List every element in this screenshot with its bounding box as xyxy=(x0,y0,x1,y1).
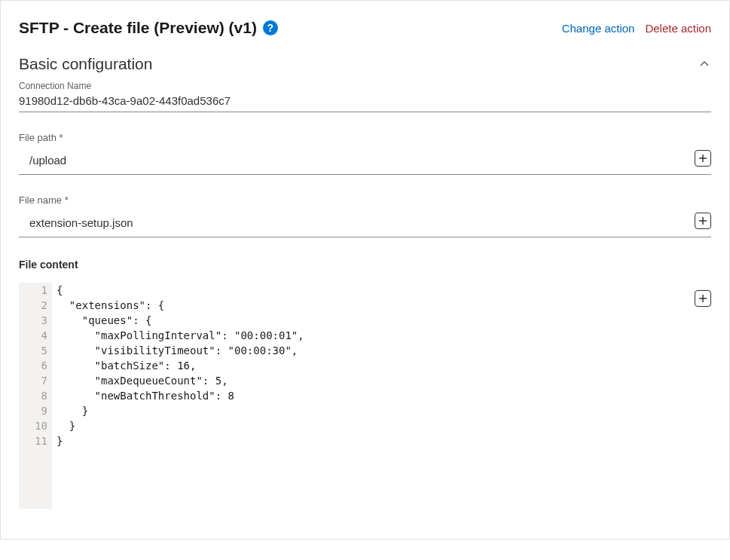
panel-title: SFTP - Create file (Preview) (v1) xyxy=(19,19,257,37)
chevron-up-icon[interactable] xyxy=(698,57,711,71)
file-content-add-icon[interactable] xyxy=(695,290,711,307)
file-path-field: File path * xyxy=(19,132,711,175)
action-config-panel: SFTP - Create file (Preview) (v1) ? Chan… xyxy=(0,0,730,540)
connection-name-label: Connection Name xyxy=(19,81,711,91)
file-path-input[interactable] xyxy=(19,146,686,174)
panel-header: SFTP - Create file (Preview) (v1) ? Chan… xyxy=(19,19,711,37)
change-action-link[interactable]: Change action xyxy=(562,22,635,35)
section-header: Basic configuration xyxy=(19,55,711,73)
editor-code[interactable]: { "extensions": { "queues": { "maxPollin… xyxy=(52,283,304,509)
file-content-field: File content 1234567891011 { "extensions… xyxy=(19,259,711,509)
file-name-add-icon[interactable] xyxy=(695,213,711,229)
delete-action-link[interactable]: Delete action xyxy=(645,22,711,35)
file-content-editor[interactable]: 1234567891011 { "extensions": { "queues"… xyxy=(19,283,686,509)
header-actions: Change action Delete action xyxy=(562,22,711,35)
file-content-label: File content xyxy=(19,259,711,271)
section-title: Basic configuration xyxy=(19,55,152,73)
connection-name-value: 91980d12-db6b-43ca-9a02-443f0ad536c7 xyxy=(19,91,711,112)
file-name-row xyxy=(19,209,711,237)
file-path-add-icon[interactable] xyxy=(695,150,711,167)
file-path-row xyxy=(19,146,711,175)
file-name-label: File name * xyxy=(19,194,711,206)
file-name-field: File name * xyxy=(19,194,711,237)
title-wrap: SFTP - Create file (Preview) (v1) ? xyxy=(19,19,278,37)
help-icon[interactable]: ? xyxy=(263,20,278,35)
file-content-row: 1234567891011 { "extensions": { "queues"… xyxy=(19,283,711,509)
file-name-input[interactable] xyxy=(19,209,686,237)
file-path-label: File path * xyxy=(19,132,711,143)
editor-gutter: 1234567891011 xyxy=(19,283,52,509)
